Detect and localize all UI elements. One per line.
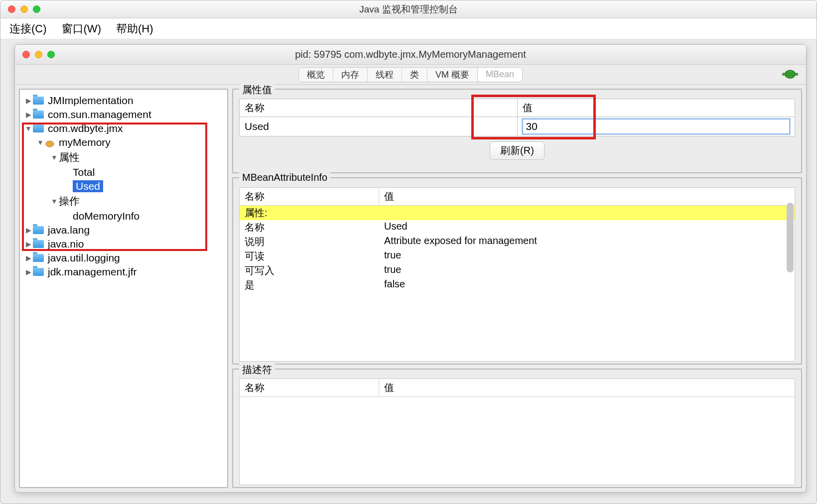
tree-used[interactable]: ▶Used [22, 179, 225, 193]
info-cell: Attribute exposed for management [379, 235, 795, 249]
maximize-icon[interactable] [33, 5, 40, 13]
bean-icon [45, 138, 55, 146]
tree-label: java.lang [48, 224, 90, 236]
tree-label: myMemory [59, 136, 111, 148]
attr-name-header: 名称 [240, 99, 518, 117]
minimize-icon[interactable] [20, 5, 28, 13]
tree-javalog[interactable]: ▶java.util.logging [22, 251, 225, 265]
scrollbar[interactable] [787, 203, 794, 272]
tab-mbean[interactable]: MBean [478, 67, 522, 82]
chevron-right-icon[interactable]: ▶ [24, 111, 33, 119]
attr-value-header: 值 [517, 99, 795, 117]
tree-jdkmgmt[interactable]: ▶jdk.management.jfr [22, 265, 225, 279]
content-area: ▶JMImplementation ▶com.sun.management ▼c… [15, 85, 806, 492]
info-row-is: 是false [240, 278, 795, 292]
info-cell: 可读 [240, 249, 379, 263]
tree-label: 操作 [59, 194, 80, 208]
svg-point-2 [46, 141, 54, 147]
tree-attributes[interactable]: ▼属性 [22, 149, 225, 165]
tree-label: Total [73, 166, 95, 178]
refresh-button[interactable]: 刷新(R) [490, 141, 545, 160]
tree-label: com.sun.management [48, 109, 151, 121]
chevron-right-icon[interactable]: ▶ [24, 254, 33, 262]
tabbar: 概览 内存 线程 类 VM 概要 MBean [15, 65, 806, 85]
tab-overview[interactable]: 概览 [299, 67, 333, 82]
chevron-right-icon[interactable]: ▶ [24, 97, 33, 105]
tree-label: JMImplementation [48, 95, 134, 107]
tree-javanio[interactable]: ▶java.nio [22, 237, 225, 251]
chevron-down-icon[interactable]: ▼ [36, 138, 45, 146]
tab-memory[interactable]: 内存 [333, 67, 368, 82]
inner-traffic-lights [15, 51, 55, 58]
outer-titlebar: Java 监视和管理控制台 [0, 0, 817, 18]
mbean-attribute-info-panel: MBeanAttributeInfo 名称 值 属性: 名称Used 说明Att… [232, 177, 802, 365]
inner-close-icon[interactable] [22, 51, 30, 58]
tree-label: java.util.logging [48, 252, 120, 264]
attr-value-input[interactable] [523, 119, 790, 134]
folder-icon [33, 254, 44, 262]
tree-label: jdk.management.jfr [48, 266, 137, 278]
chevron-right-icon[interactable]: ▶ [24, 240, 33, 248]
tree-label-selected: Used [73, 180, 103, 192]
folder-icon [33, 125, 44, 132]
tree-label: doMemoryInfo [73, 210, 139, 222]
info-cell: false [379, 278, 795, 292]
chevron-down-icon[interactable]: ▼ [50, 197, 59, 205]
tree-label: com.wdbyte.jmx [48, 123, 123, 134]
info-cell: Used [379, 220, 795, 235]
inner-maximize-icon[interactable] [47, 51, 55, 58]
info-table: 名称 值 属性: 名称Used 说明Attribute exposed for … [239, 187, 795, 362]
menu-connect[interactable]: 连接(C) [9, 21, 47, 36]
tree-operations[interactable]: ▼操作 [22, 193, 225, 209]
info-row-read: 可读true [240, 249, 795, 263]
tab-vmsummary[interactable]: VM 概要 [427, 67, 478, 82]
inner-minimize-icon[interactable] [35, 51, 42, 58]
outer-window: Java 监视和管理控制台 连接(C) 窗口(W) 帮助(H) pid: 597… [0, 0, 817, 504]
close-icon[interactable] [8, 5, 15, 13]
descriptor-panel: 描述符 名称 值 [232, 369, 802, 488]
attr-value-table: 名称 值 Used [239, 99, 795, 136]
tree-domemory[interactable]: ▶doMemoryInfo [22, 209, 225, 223]
tree-total[interactable]: ▶Total [22, 165, 225, 179]
tab-segmented: 概览 内存 线程 类 VM 概要 MBean [298, 67, 523, 82]
menubar: 连接(C) 窗口(W) 帮助(H) [0, 18, 817, 39]
info-cell [379, 206, 795, 220]
window-title: Java 监视和管理控制台 [0, 3, 817, 16]
info-cell: 名称 [240, 220, 379, 235]
tree-mymemory[interactable]: ▼myMemory [22, 135, 225, 149]
folder-icon [33, 268, 44, 276]
chevron-right-icon[interactable]: ▶ [24, 226, 33, 234]
inner-titlebar: pid: 59795 com.wdbyte.jmx.MyMemoryManage… [15, 45, 806, 65]
folder-icon [33, 226, 44, 234]
info-name-header: 名称 [240, 188, 379, 205]
info-value-header: 值 [379, 188, 399, 205]
chevron-down-icon[interactable]: ▼ [50, 153, 59, 161]
desc-legend: 描述符 [239, 363, 275, 377]
tab-classes[interactable]: 类 [402, 67, 427, 82]
attr-value-legend: 属性值 [239, 83, 275, 97]
tree-jmimpl[interactable]: ▶JMImplementation [22, 94, 225, 108]
tree-wdbyte[interactable]: ▼com.wdbyte.jmx [22, 122, 225, 135]
attr-name-cell: Used [240, 117, 518, 136]
chevron-right-icon[interactable]: ▶ [24, 268, 33, 276]
chevron-down-icon[interactable]: ▼ [24, 125, 33, 132]
tree-sunmgmt[interactable]: ▶com.sun.management [22, 108, 225, 122]
tree-label: java.nio [48, 238, 84, 250]
svg-rect-1 [783, 73, 798, 75]
info-cell: true [379, 263, 795, 278]
folder-icon [33, 240, 44, 248]
inner-title: pid: 59795 com.wdbyte.jmx.MyMemoryManage… [15, 49, 806, 60]
info-cell: true [379, 249, 795, 263]
info-cell: 说明 [240, 235, 379, 249]
menu-window[interactable]: 窗口(W) [62, 21, 101, 36]
menu-help[interactable]: 帮助(H) [116, 21, 153, 36]
desc-table: 名称 值 [239, 378, 795, 485]
info-cell: 属性: [240, 206, 379, 220]
tab-threads[interactable]: 线程 [368, 67, 402, 82]
tree-label: 属性 [59, 150, 80, 164]
desc-name-header: 名称 [240, 379, 379, 396]
info-row-name: 名称Used [240, 220, 795, 235]
folder-icon [33, 97, 44, 105]
attribute-value-panel: 属性值 名称 值 Used 刷新(R) [232, 89, 802, 173]
tree-javalang[interactable]: ▶java.lang [22, 223, 225, 237]
